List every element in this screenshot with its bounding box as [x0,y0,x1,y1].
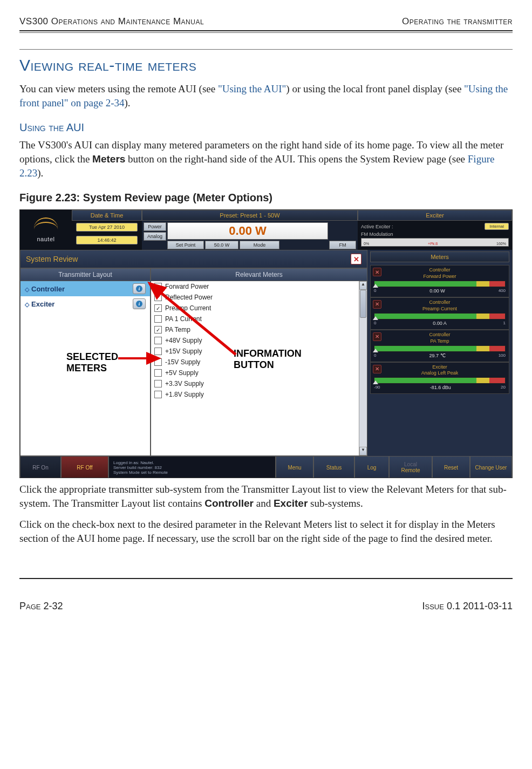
gauge-bar [374,313,506,319]
gauge-close-button[interactable]: ✕ [373,300,381,309]
local-remote-button[interactable]: Local Remote [389,456,432,478]
gauge-label-2: Forward Power [374,274,506,280]
gauge: ✕ Controller Preamp Current 00.00 A1 [370,297,509,330]
meter-label: Forward Power [165,283,209,290]
nautel-logo: nautel [20,210,72,250]
gauge-label-2: PA Temp [374,339,506,344]
gauge: ✕ Exciter Analog Left Peak -90-81.6 dBu2… [370,362,509,394]
meter-option[interactable]: ✓Forward Power [151,281,367,292]
active-exciter-label: Active Exciter : [361,224,393,229]
tree-item-controller[interactable]: ◇Controlleri [21,281,150,296]
relevant-meters-header: Relevant Meters [151,269,367,281]
rf-off-button[interactable]: RF Off [61,456,108,478]
header-rule-2 [19,32,513,33]
date-time-panel: Date & Time Tue Apr 27 2010 14:46:42 [72,210,142,250]
change-user-button[interactable]: Change User [470,456,512,478]
meters-scrollbar[interactable]: ▲ ▼ [359,281,367,455]
gauge-label-1: Exciter [374,365,506,370]
gauge-lo: 0 [374,288,376,294]
close-icon: ✕ [353,255,359,263]
checkbox[interactable] [154,337,162,344]
meter-label: -15V Supply [165,358,200,366]
meter-option[interactable]: -15V Supply [151,357,367,368]
gauge-label-1: Controller [374,332,506,338]
setpoint-value: 50.0 W [205,241,238,249]
remote-label: Remote [401,467,420,473]
meters-panel: Meters ✕ Controller Forward Power 00.00 … [367,250,512,456]
meters-panel-header[interactable]: Meters [370,251,509,262]
gauge-close-button[interactable]: ✕ [373,268,381,276]
setpoint-label: Set Point [167,241,204,249]
meter-option[interactable]: Reflected Power [151,292,367,303]
meter-option[interactable]: +15V Supply [151,346,367,357]
checkbox[interactable] [154,348,162,355]
exciter-panel: Exciter Active Exciter : Internal FM Mod… [358,210,512,250]
checkbox[interactable] [154,391,162,398]
aui-bottom-bar: RF On RF Off Logged in as: Nautel. Serve… [20,456,512,478]
checkbox[interactable]: ✓ [154,304,162,312]
gauge-bar [374,281,506,287]
meter-option[interactable]: +1.8V Supply [151,389,367,400]
rf-on-button[interactable]: RF On [20,456,61,478]
gauge: ✕ Controller Forward Power 00.00 W400 [370,265,509,297]
status-button[interactable]: Status [313,456,354,478]
scroll-down-icon[interactable]: ▼ [359,447,367,455]
meter-option[interactable]: ✓Preamp Current [151,303,367,314]
info-icon: i [136,285,142,292]
gauge-value: 0.00 W [429,288,445,294]
preset-header: Preset: Preset 1 - 50W [142,210,358,221]
link-using-aui[interactable]: "Using the AUI" [218,83,286,94]
scroll-thumb[interactable] [360,290,366,318]
checkbox[interactable] [154,315,162,323]
aui-main: System Review ✕ Transmitter Layout ◇Cont… [20,250,512,456]
gauge-pointer-icon [373,284,378,288]
gauge-value: -81.6 dBu [430,385,451,390]
tree-item-exciter[interactable]: ◇Exciteri [21,296,150,311]
meter-option[interactable]: +3.3V Supply [151,378,367,389]
gauge-value: 29.7 ℃ [429,353,446,358]
menu-button[interactable]: Menu [276,456,313,478]
date-value: Tue Apr 27 2010 [76,223,138,232]
checkbox[interactable]: ✓ [154,326,162,334]
mode-label: Mode [240,241,279,249]
system-review-title: System Review [26,255,78,263]
info-button[interactable]: i [133,298,146,309]
checkbox[interactable] [154,358,162,366]
gauge-label-1: Controller [374,300,506,305]
figure-caption: Figure 2.23: System Review page (Meter O… [19,192,513,204]
meter-option[interactable]: PA 1 Current [151,314,367,324]
issue-date: Issue 0.1 2011-03-11 [422,601,513,612]
checkbox[interactable]: ✓ [154,283,162,290]
meter-option[interactable]: ✓PA Temp [151,324,367,335]
exciter-header: Exciter [358,210,512,221]
log-button[interactable]: Log [354,456,389,478]
text: ) or using the local front panel display… [286,83,464,94]
gauge-lo: 0 [374,321,376,326]
gauge-close-button[interactable]: ✕ [373,365,381,373]
checkbox[interactable] [154,294,162,301]
checkbox[interactable] [154,369,162,377]
scroll-up-icon[interactable]: ▲ [359,281,367,290]
analog-label: Analog [144,232,166,241]
gauge-pointer-icon [373,380,378,384]
info-button[interactable]: i [133,283,146,294]
power-label: Power [144,222,166,231]
reset-button[interactable]: Reset [432,456,470,478]
transmitter-layout-header: Transmitter Layout [21,269,150,281]
close-button[interactable]: ✕ [351,254,362,264]
relevant-meters-column: Relevant Meters ✓Forward PowerReflected … [151,268,367,456]
text: button on the right-hand side of the AUI… [125,153,467,165]
figure-screenshot: nautel Date & Time Tue Apr 27 2010 14:46… [19,209,513,478]
gauge-close-button[interactable]: ✕ [373,332,381,341]
meter-option[interactable]: +48V Supply [151,335,367,346]
gauge-lo: 0 [374,353,376,358]
checkbox[interactable] [154,380,162,387]
gauge: ✕ Controller PA Temp 029.7 ℃100 [370,330,509,362]
meter-label: +1.8V Supply [165,391,204,398]
controller-ref: Controller [204,498,254,509]
subsection-heading: Using the AUI [19,121,513,134]
meter-label: PA Temp [165,326,190,334]
meter-option[interactable]: +5V Supply [151,368,367,378]
meter-label: +5V Supply [165,369,199,377]
diamond-icon: ◇ [25,286,29,292]
